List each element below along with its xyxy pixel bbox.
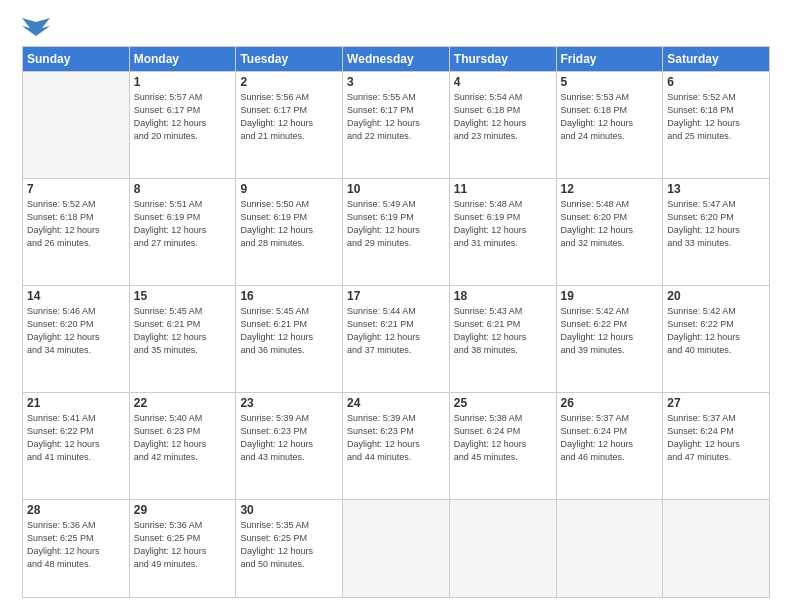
calendar-cell: 2Sunrise: 5:56 AM Sunset: 6:17 PM Daylig… bbox=[236, 72, 343, 179]
calendar-cell: 16Sunrise: 5:45 AM Sunset: 6:21 PM Dayli… bbox=[236, 285, 343, 392]
day-number: 11 bbox=[454, 182, 552, 196]
day-number: 16 bbox=[240, 289, 338, 303]
calendar-cell: 6Sunrise: 5:52 AM Sunset: 6:18 PM Daylig… bbox=[663, 72, 770, 179]
day-info: Sunrise: 5:57 AM Sunset: 6:17 PM Dayligh… bbox=[134, 91, 232, 143]
calendar-cell: 24Sunrise: 5:39 AM Sunset: 6:23 PM Dayli… bbox=[343, 392, 450, 499]
day-number: 14 bbox=[27, 289, 125, 303]
calendar-cell: 29Sunrise: 5:36 AM Sunset: 6:25 PM Dayli… bbox=[129, 499, 236, 597]
calendar-week-1: 1Sunrise: 5:57 AM Sunset: 6:17 PM Daylig… bbox=[23, 72, 770, 179]
day-number: 29 bbox=[134, 503, 232, 517]
calendar-cell: 12Sunrise: 5:48 AM Sunset: 6:20 PM Dayli… bbox=[556, 178, 663, 285]
page: SundayMondayTuesdayWednesdayThursdayFrid… bbox=[0, 0, 792, 612]
calendar-cell: 3Sunrise: 5:55 AM Sunset: 6:17 PM Daylig… bbox=[343, 72, 450, 179]
day-info: Sunrise: 5:39 AM Sunset: 6:23 PM Dayligh… bbox=[347, 412, 445, 464]
calendar-cell: 13Sunrise: 5:47 AM Sunset: 6:20 PM Dayli… bbox=[663, 178, 770, 285]
calendar-week-4: 21Sunrise: 5:41 AM Sunset: 6:22 PM Dayli… bbox=[23, 392, 770, 499]
logo-icon bbox=[22, 18, 50, 40]
day-info: Sunrise: 5:39 AM Sunset: 6:23 PM Dayligh… bbox=[240, 412, 338, 464]
day-info: Sunrise: 5:48 AM Sunset: 6:19 PM Dayligh… bbox=[454, 198, 552, 250]
calendar-header-wednesday: Wednesday bbox=[343, 47, 450, 72]
calendar-week-2: 7Sunrise: 5:52 AM Sunset: 6:18 PM Daylig… bbox=[23, 178, 770, 285]
day-info: Sunrise: 5:49 AM Sunset: 6:19 PM Dayligh… bbox=[347, 198, 445, 250]
day-info: Sunrise: 5:44 AM Sunset: 6:21 PM Dayligh… bbox=[347, 305, 445, 357]
day-number: 9 bbox=[240, 182, 338, 196]
calendar-cell: 14Sunrise: 5:46 AM Sunset: 6:20 PM Dayli… bbox=[23, 285, 130, 392]
calendar-cell: 22Sunrise: 5:40 AM Sunset: 6:23 PM Dayli… bbox=[129, 392, 236, 499]
calendar-cell: 30Sunrise: 5:35 AM Sunset: 6:25 PM Dayli… bbox=[236, 499, 343, 597]
calendar-header-friday: Friday bbox=[556, 47, 663, 72]
calendar-cell: 26Sunrise: 5:37 AM Sunset: 6:24 PM Dayli… bbox=[556, 392, 663, 499]
calendar-cell bbox=[343, 499, 450, 597]
day-info: Sunrise: 5:43 AM Sunset: 6:21 PM Dayligh… bbox=[454, 305, 552, 357]
day-number: 17 bbox=[347, 289, 445, 303]
day-number: 3 bbox=[347, 75, 445, 89]
calendar-cell: 21Sunrise: 5:41 AM Sunset: 6:22 PM Dayli… bbox=[23, 392, 130, 499]
calendar-cell: 25Sunrise: 5:38 AM Sunset: 6:24 PM Dayli… bbox=[449, 392, 556, 499]
calendar-table: SundayMondayTuesdayWednesdayThursdayFrid… bbox=[22, 46, 770, 598]
calendar-cell: 10Sunrise: 5:49 AM Sunset: 6:19 PM Dayli… bbox=[343, 178, 450, 285]
calendar-cell bbox=[23, 72, 130, 179]
day-number: 10 bbox=[347, 182, 445, 196]
day-info: Sunrise: 5:42 AM Sunset: 6:22 PM Dayligh… bbox=[667, 305, 765, 357]
day-number: 30 bbox=[240, 503, 338, 517]
calendar-cell: 11Sunrise: 5:48 AM Sunset: 6:19 PM Dayli… bbox=[449, 178, 556, 285]
calendar-header-saturday: Saturday bbox=[663, 47, 770, 72]
day-number: 26 bbox=[561, 396, 659, 410]
day-info: Sunrise: 5:36 AM Sunset: 6:25 PM Dayligh… bbox=[27, 519, 125, 571]
day-number: 19 bbox=[561, 289, 659, 303]
day-info: Sunrise: 5:52 AM Sunset: 6:18 PM Dayligh… bbox=[667, 91, 765, 143]
day-number: 2 bbox=[240, 75, 338, 89]
day-number: 1 bbox=[134, 75, 232, 89]
day-info: Sunrise: 5:47 AM Sunset: 6:20 PM Dayligh… bbox=[667, 198, 765, 250]
calendar-cell: 9Sunrise: 5:50 AM Sunset: 6:19 PM Daylig… bbox=[236, 178, 343, 285]
calendar-header-row: SundayMondayTuesdayWednesdayThursdayFrid… bbox=[23, 47, 770, 72]
calendar-week-5: 28Sunrise: 5:36 AM Sunset: 6:25 PM Dayli… bbox=[23, 499, 770, 597]
calendar-header-tuesday: Tuesday bbox=[236, 47, 343, 72]
day-number: 20 bbox=[667, 289, 765, 303]
calendar-cell: 28Sunrise: 5:36 AM Sunset: 6:25 PM Dayli… bbox=[23, 499, 130, 597]
calendar-cell: 20Sunrise: 5:42 AM Sunset: 6:22 PM Dayli… bbox=[663, 285, 770, 392]
day-info: Sunrise: 5:53 AM Sunset: 6:18 PM Dayligh… bbox=[561, 91, 659, 143]
day-number: 23 bbox=[240, 396, 338, 410]
day-number: 27 bbox=[667, 396, 765, 410]
calendar-cell: 17Sunrise: 5:44 AM Sunset: 6:21 PM Dayli… bbox=[343, 285, 450, 392]
day-info: Sunrise: 5:38 AM Sunset: 6:24 PM Dayligh… bbox=[454, 412, 552, 464]
day-info: Sunrise: 5:55 AM Sunset: 6:17 PM Dayligh… bbox=[347, 91, 445, 143]
day-info: Sunrise: 5:45 AM Sunset: 6:21 PM Dayligh… bbox=[240, 305, 338, 357]
header bbox=[22, 18, 770, 40]
day-number: 4 bbox=[454, 75, 552, 89]
calendar-cell: 18Sunrise: 5:43 AM Sunset: 6:21 PM Dayli… bbox=[449, 285, 556, 392]
day-number: 13 bbox=[667, 182, 765, 196]
calendar-cell: 19Sunrise: 5:42 AM Sunset: 6:22 PM Dayli… bbox=[556, 285, 663, 392]
calendar-cell: 1Sunrise: 5:57 AM Sunset: 6:17 PM Daylig… bbox=[129, 72, 236, 179]
day-number: 22 bbox=[134, 396, 232, 410]
svg-marker-0 bbox=[22, 18, 50, 36]
calendar-cell bbox=[663, 499, 770, 597]
calendar-cell: 7Sunrise: 5:52 AM Sunset: 6:18 PM Daylig… bbox=[23, 178, 130, 285]
day-number: 15 bbox=[134, 289, 232, 303]
calendar-cell: 23Sunrise: 5:39 AM Sunset: 6:23 PM Dayli… bbox=[236, 392, 343, 499]
day-info: Sunrise: 5:37 AM Sunset: 6:24 PM Dayligh… bbox=[561, 412, 659, 464]
day-info: Sunrise: 5:41 AM Sunset: 6:22 PM Dayligh… bbox=[27, 412, 125, 464]
day-number: 18 bbox=[454, 289, 552, 303]
calendar-cell: 27Sunrise: 5:37 AM Sunset: 6:24 PM Dayli… bbox=[663, 392, 770, 499]
calendar-header-thursday: Thursday bbox=[449, 47, 556, 72]
day-info: Sunrise: 5:48 AM Sunset: 6:20 PM Dayligh… bbox=[561, 198, 659, 250]
calendar-cell: 15Sunrise: 5:45 AM Sunset: 6:21 PM Dayli… bbox=[129, 285, 236, 392]
day-info: Sunrise: 5:51 AM Sunset: 6:19 PM Dayligh… bbox=[134, 198, 232, 250]
day-info: Sunrise: 5:56 AM Sunset: 6:17 PM Dayligh… bbox=[240, 91, 338, 143]
day-info: Sunrise: 5:37 AM Sunset: 6:24 PM Dayligh… bbox=[667, 412, 765, 464]
day-info: Sunrise: 5:35 AM Sunset: 6:25 PM Dayligh… bbox=[240, 519, 338, 571]
day-info: Sunrise: 5:54 AM Sunset: 6:18 PM Dayligh… bbox=[454, 91, 552, 143]
day-info: Sunrise: 5:52 AM Sunset: 6:18 PM Dayligh… bbox=[27, 198, 125, 250]
day-number: 21 bbox=[27, 396, 125, 410]
day-info: Sunrise: 5:40 AM Sunset: 6:23 PM Dayligh… bbox=[134, 412, 232, 464]
calendar-week-3: 14Sunrise: 5:46 AM Sunset: 6:20 PM Dayli… bbox=[23, 285, 770, 392]
calendar-cell: 8Sunrise: 5:51 AM Sunset: 6:19 PM Daylig… bbox=[129, 178, 236, 285]
calendar-cell bbox=[556, 499, 663, 597]
day-number: 25 bbox=[454, 396, 552, 410]
day-number: 6 bbox=[667, 75, 765, 89]
calendar-cell bbox=[449, 499, 556, 597]
day-number: 12 bbox=[561, 182, 659, 196]
logo bbox=[22, 18, 54, 40]
